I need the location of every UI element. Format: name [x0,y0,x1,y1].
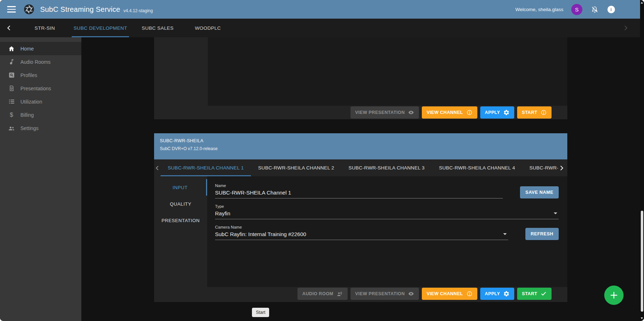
save-name-button[interactable]: SAVE NAME [520,186,559,198]
check-icon [540,291,547,297]
alert-icon [540,109,547,116]
organization-tab-bar: STR-SIN SUBC DEVELOPMENT SUBC SALES WOOD… [0,19,644,37]
sidebar-item-utilization[interactable]: Utilization [0,95,81,108]
welcome-text: Welcome, sheila.glass [515,7,563,12]
eye-icon [408,109,414,116]
channel-tabs-back-icon[interactable] [154,159,161,176]
voice-over-icon [337,291,343,297]
sidebar: Home Audio Rooms Profiles Presentations [0,37,81,321]
camera-select[interactable]: SubC Rayfin: Internal Training #22600 [215,231,508,240]
start-button[interactable]: START [517,288,552,300]
people-icon [8,125,15,132]
scroll-up-icon[interactable] [641,2,643,4]
plus-icon [609,291,619,300]
channel-tab-bar: SUBC-RWR-SHEILA CHANNEL 1 SUBC-RWR-SHEIL… [154,159,567,176]
type-label: Type [215,204,559,209]
app-version: v4.4.12-staging [123,6,153,13]
avatar[interactable]: S [571,4,582,15]
sidebar-item-audio-rooms[interactable]: Audio Rooms [0,55,81,68]
app-title: SubC Streaming Service [40,5,120,14]
org-tabs-forward-icon[interactable] [617,19,635,37]
chevron-down-icon [554,212,557,214]
attachment-icon [8,85,15,92]
apply-button[interactable]: APPLY [480,106,515,119]
name-label: Name [215,183,503,188]
app-bar: SubC Streaming Service v4.4.12-staging W… [0,0,644,19]
chevron-down-icon [503,233,507,235]
scroll-down-icon[interactable] [641,317,643,319]
sidebar-item-billing[interactable]: $ Billing [0,108,81,121]
channel-card: SUBC-RWR-SHEILA SubC DVR+O v7.12.0-relea… [154,133,567,302]
channel-tabs-forward-icon[interactable] [558,159,565,176]
channel-tab-3[interactable]: SUBC-RWR-SHEILA CHANNEL 3 [342,159,432,176]
org-tab-woodplc[interactable]: WOODPLC [186,19,229,37]
sidebar-item-presentations[interactable]: Presentations [0,82,81,95]
home-icon [8,45,15,52]
vertical-scrollbar [640,0,644,321]
gear-icon [503,109,510,116]
alert-icon [466,109,473,116]
gear-icon [503,291,510,297]
menu-icon[interactable] [7,6,16,13]
add-channel-fab[interactable] [604,286,624,305]
device-name: SUBC-RWR-SHEILA [160,138,562,143]
audio-room-button[interactable]: AUDIO ROOM [297,288,348,300]
top-card-footer: VIEW PRESENTATION VIEW CHANNEL APPLY [154,106,567,119]
section-tabs: INPUT QUALITY PRESENTATION [154,176,207,287]
aperture-logo-icon [24,4,34,15]
music-note-icon [8,58,15,66]
org-tab-subc-development[interactable]: SUBC DEVELOPMENT [72,19,129,37]
start-button[interactable]: START [517,106,552,119]
org-tab-subc-sales[interactable]: SUBC SALES [136,19,179,37]
alert-icon [466,291,473,297]
view-presentation-button[interactable]: VIEW PRESENTATION [350,106,419,119]
sidebar-item-home[interactable]: Home [0,42,81,55]
view-presentation-button[interactable]: VIEW PRESENTATION [350,288,419,300]
notifications-off-icon[interactable] [590,5,599,14]
scrollbar-thumb[interactable] [641,211,643,312]
dollar-icon: $ [8,111,15,119]
app-window: SubC Streaming Service v4.4.12-staging W… [0,0,644,321]
main-content: VIEW PRESENTATION VIEW CHANNEL APPLY [81,37,644,321]
apply-button[interactable]: APPLY [480,288,515,300]
image-search-icon [8,72,15,79]
camera-name-label: Camera Name [215,225,508,229]
eye-icon [408,291,414,297]
channel-tab-4[interactable]: SUBC-RWR-SHEILA CHANNEL 4 [432,159,522,176]
name-input[interactable]: SUBC-RWR-SHEILA Channel 1 [215,190,503,198]
org-tab-str-sin[interactable]: STR-SIN [25,19,65,37]
type-select[interactable]: Rayfin [215,210,559,219]
view-channel-button[interactable]: VIEW CHANNEL [422,288,477,300]
channel-card-header: SUBC-RWR-SHEILA SubC DVR+O v7.12.0-relea… [154,133,567,159]
list-icon [8,98,15,105]
start-tooltip: Start [252,308,269,317]
sidebar-item-settings[interactable]: Settings [0,121,81,135]
channel-tab-2[interactable]: SUBC-RWR-SHEILA CHANNEL 2 [251,159,341,176]
view-channel-button[interactable]: VIEW CHANNEL [422,106,477,119]
org-tabs-back-icon[interactable] [0,19,18,37]
sidebar-item-profiles[interactable]: Profiles [0,68,81,82]
channel-tab-5[interactable]: SUBC-RWR-SHEILA CHAN [522,159,558,176]
tab-presentation[interactable]: PRESENTATION [154,212,207,229]
tab-input[interactable]: INPUT [154,179,207,196]
tab-quality[interactable]: QUALITY [154,196,207,212]
channel-card-footer: AUDIO ROOM VIEW PRESENTATION VIEW CHANNE… [154,287,567,301]
refresh-button[interactable]: REFRESH [525,228,559,240]
device-version: SubC DVR+O v7.12.0-release [160,146,562,151]
input-panel: Name SUBC-RWR-SHEILA Channel 1 SAVE NAME… [207,176,567,287]
info-icon[interactable]: i [607,5,615,14]
channel-card-top: VIEW PRESENTATION VIEW CHANNEL APPLY [154,37,567,119]
channel-tab-1[interactable]: SUBC-RWR-SHEILA CHANNEL 1 [161,159,251,176]
